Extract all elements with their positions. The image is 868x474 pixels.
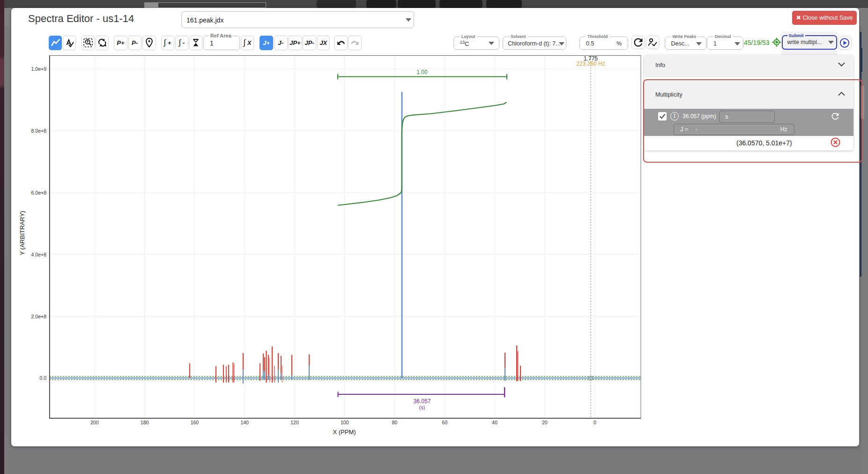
svg-text:4.0e+8: 4.0e+8 (31, 252, 47, 257)
svg-text:X (PPM): X (PPM) (333, 429, 356, 436)
svg-text:180: 180 (141, 420, 149, 425)
svg-text:223.260 Hz: 223.260 Hz (576, 60, 605, 67)
svg-text:40: 40 (492, 420, 497, 425)
svg-text:20: 20 (542, 420, 548, 425)
svg-text:(s): (s) (419, 405, 425, 410)
svg-text:60: 60 (442, 420, 448, 425)
svg-text:100: 100 (341, 420, 349, 425)
svg-text:0: 0 (594, 420, 596, 425)
svg-text:200: 200 (90, 420, 99, 425)
svg-text:1.00: 1.00 (416, 69, 428, 75)
svg-text:36.057: 36.057 (414, 398, 431, 405)
svg-text:2.0e+8: 2.0e+8 (31, 314, 47, 319)
svg-text:140: 140 (240, 420, 249, 425)
svg-text:6.0e+8: 6.0e+8 (31, 190, 47, 196)
svg-text:80: 80 (392, 420, 398, 425)
svg-text:Y (ARBITRARY): Y (ARBITRARY) (19, 211, 26, 256)
svg-text:0.0: 0.0 (39, 375, 46, 381)
svg-text:1.0e+9: 1.0e+9 (31, 66, 47, 72)
svg-text:120: 120 (290, 420, 299, 425)
svg-text:160: 160 (191, 420, 199, 425)
svg-text:8.0e+8: 8.0e+8 (31, 128, 47, 134)
